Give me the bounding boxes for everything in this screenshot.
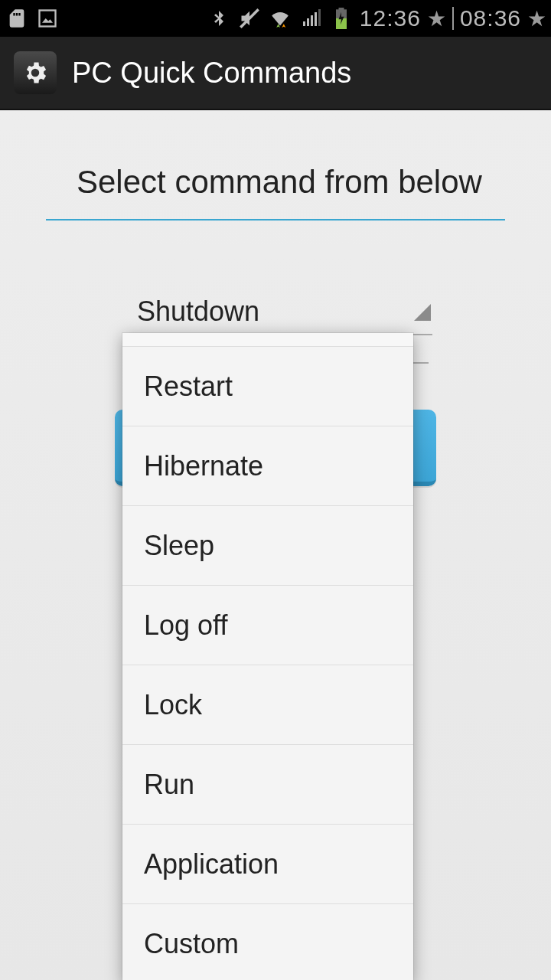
star-icon: ★ [527,6,546,31]
status-left [5,6,60,31]
dropdown-item-logoff[interactable]: Log off [122,586,413,665]
svg-rect-9 [338,8,344,11]
wifi-icon [268,6,292,31]
dropdown-spacer [122,333,413,347]
command-dropdown: Restart Hibernate Sleep Log off Lock Run… [122,333,413,980]
dropdown-item-label: Log off [144,609,227,642]
status-right: 12:36 ★ 08:36 ★ [207,5,546,31]
action-bar: PC Quick Commands [0,37,551,110]
star-icon: ★ [427,6,446,31]
app-title: PC Quick Commands [72,57,351,90]
signal-icon [298,6,323,31]
dropdown-item-label: Application [144,848,279,880]
svg-rect-2 [303,21,305,26]
dropdown-item-lock[interactable]: Lock [122,665,413,745]
status-bar: 12:36 ★ 08:36 ★ [0,0,551,37]
mute-icon [237,6,262,31]
dropdown-item-restart[interactable]: Restart [122,347,413,426]
dropdown-item-label: Run [144,769,194,801]
svg-rect-5 [315,12,317,26]
page-heading: Select command from below [46,164,505,220]
battery-charging-icon [329,6,354,31]
svg-rect-4 [311,15,313,26]
sdcard-icon [5,6,29,31]
svg-rect-6 [318,9,321,26]
dropdown-item-label: Hibernate [144,450,263,482]
bluetooth-icon [207,6,231,31]
dropdown-item-custom[interactable]: Custom [122,904,413,980]
dropdown-item-sleep[interactable]: Sleep [122,506,413,586]
dropdown-item-hibernate[interactable]: Hibernate [122,426,413,506]
dropdown-item-label: Sleep [144,530,214,562]
svg-rect-3 [307,18,309,26]
svg-rect-0 [40,11,56,27]
status-time-1: 12:36 [360,5,421,31]
app-icon [14,51,57,94]
dropdown-item-label: Restart [144,371,233,403]
media-icon [35,6,60,31]
status-divider [452,7,454,30]
status-time-2: 08:36 [460,5,521,31]
dropdown-item-run[interactable]: Run [122,745,413,825]
dropdown-item-application[interactable]: Application [122,825,413,904]
dropdown-item-label: Lock [144,689,202,721]
dropdown-item-label: Custom [144,928,239,960]
